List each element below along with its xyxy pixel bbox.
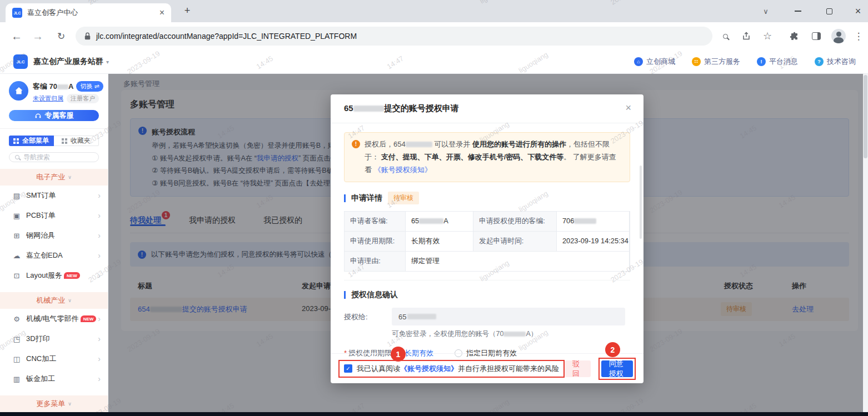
modal-close-icon[interactable]: × <box>625 102 631 114</box>
customer-number: 客编 70A <box>33 82 73 92</box>
search-input[interactable] <box>23 153 93 161</box>
sidebar-menu-item[interactable]: ◳ 3D打印 › <box>0 329 108 349</box>
zoom-icon[interactable] <box>716 22 735 50</box>
menu-item-icon: ◳ <box>12 335 22 343</box>
nav-item-icon: ? <box>815 57 824 66</box>
window-restore-button[interactable] <box>818 0 840 22</box>
menu-item-label: SMT订单 <box>26 191 56 201</box>
menu-item-icon: ▣ <box>12 212 22 220</box>
chevron-down-icon: ∨ <box>68 174 72 180</box>
header-nav-item[interactable]: ∷ 第三方服务 <box>692 57 740 67</box>
category-more[interactable]: 更多菜单∨ <box>0 395 108 412</box>
user-avatar <box>9 81 28 101</box>
reject-button[interactable]: 驳回 <box>565 360 591 377</box>
address-bar[interactable]: jlc.com/integrated/accountManage?appId=J… <box>76 27 712 46</box>
menu-dots-icon[interactable]: ⋮ <box>851 22 866 50</box>
agree-notice-link[interactable]: 《账号授权须知》 <box>400 364 458 373</box>
nav-item-icon: ! <box>757 57 766 66</box>
user-block: 客编 70A 切换 ⇌ 未设置归属 注册客户 <box>0 74 108 103</box>
authorization-modal: 65提交的账号授权申请 × 授权后，654 可以登录并 使用您的账号进行所有的操… <box>331 94 643 383</box>
sidebar-menu-item[interactable]: ⊞ 钢网治具 › <box>0 225 108 245</box>
browser-tab[interactable]: JLC 嘉立创客户中心 × <box>6 3 171 22</box>
chevron-right-icon: › <box>98 354 101 363</box>
reload-button[interactable]: ↻ <box>51 22 71 50</box>
annotation-circle-2: 2 <box>605 342 620 357</box>
menu-item-icon: ▤ <box>12 192 22 200</box>
grant-to-input: 65 <box>392 308 625 325</box>
menu-item-icon: ▥ <box>12 375 22 383</box>
brand-title[interactable]: 嘉立创产业服务站群 <box>33 57 103 67</box>
menu-item-icon: ⊞ <box>12 232 22 240</box>
forward-button[interactable]: → <box>28 22 48 50</box>
search-icon <box>15 155 19 159</box>
tab-close-icon[interactable]: × <box>159 8 164 18</box>
menu-item-label: Layout服务 <box>26 270 62 280</box>
bookmark-star-icon[interactable]: ☆ <box>758 22 777 50</box>
authorization-notice-link[interactable]: 《账号授权须知》 <box>374 166 432 174</box>
approve-button[interactable]: 同意授权 <box>601 360 633 377</box>
agree-checkbox[interactable] <box>344 364 352 373</box>
share-icon[interactable] <box>737 22 756 50</box>
sidebar-menu-item[interactable]: ◫ CNC加工 › <box>0 349 108 369</box>
site-logo: JLC <box>13 54 28 69</box>
nav-item-icon: ∷ <box>692 57 701 66</box>
sidebar-menu-item[interactable]: ▤ SMT订单 › <box>0 186 108 206</box>
switch-account-button[interactable]: 切换 ⇌ <box>76 81 103 92</box>
side-panel-icon[interactable] <box>807 22 826 50</box>
agree-text: 我已认真阅读《账号授权须知》并自行承担授权可能带来的风险 <box>357 364 559 374</box>
header-nav-item[interactable]: ! 平台消息 <box>757 57 798 67</box>
chevron-right-icon: › <box>98 251 101 260</box>
annotation-box-2: 同意授权 <box>598 358 636 380</box>
new-badge: NEW <box>81 315 97 322</box>
lock-icon <box>84 32 91 40</box>
chevron-right-icon: › <box>98 211 101 220</box>
back-button[interactable]: ← <box>7 22 27 50</box>
menu-item-icon: ◫ <box>12 355 22 363</box>
window-close-button[interactable]: × <box>848 0 868 22</box>
authorization-warning: 授权后，654 可以登录并 使用您的账号进行所有的操作，包括但不限于： 支付、提… <box>344 132 630 182</box>
category-electronics[interactable]: 电子产业∨ <box>0 169 108 186</box>
menu-item-icon: ⚙ <box>12 315 22 323</box>
menu-item-icon: ☁ <box>12 252 22 260</box>
grid-icon <box>13 138 16 141</box>
screen: JLC 嘉立创客户中心 × + ∨ × ← → ↻ jlc.com/integr… <box>0 0 868 416</box>
menu-item-label: 钣金加工 <box>26 374 55 384</box>
warning-icon <box>352 140 360 148</box>
nav-item-label: 立创商城 <box>646 57 675 67</box>
menu-electronics: ▤ SMT订单 › ▣ PCB订单 › ⊞ 钢网治具 › ☁ 嘉立创EDA <box>0 186 108 285</box>
menu-item-label: PCB订单 <box>26 210 56 220</box>
grid-icon <box>62 138 64 141</box>
sidebar-menu-item[interactable]: ⊡ Layout服务 NEW › <box>0 265 108 285</box>
window-minimize-button[interactable] <box>787 0 809 22</box>
modal-scrollbar-thumb[interactable] <box>640 166 642 239</box>
menu-item-label: 嘉立创EDA <box>26 250 63 260</box>
tab-all-menu[interactable]: 全部菜单 <box>9 136 54 146</box>
profile-avatar[interactable] <box>829 22 848 50</box>
dedicated-service-button[interactable]: 专属客服 <box>9 110 99 121</box>
extensions-icon[interactable] <box>785 22 804 50</box>
modal-title: 65提交的账号授权申请 <box>344 103 459 114</box>
new-tab-button[interactable]: + <box>181 5 193 17</box>
nav-search-box[interactable] <box>9 152 99 162</box>
sidebar-menu-item[interactable]: ▣ PCB订单 › <box>0 206 108 225</box>
window-chevron-icon[interactable]: ∨ <box>755 0 777 22</box>
bottom-dark-bar <box>0 412 868 416</box>
scrollbar-thumb[interactable] <box>864 75 867 158</box>
header-nav-item[interactable]: ? 技术咨询 <box>815 57 856 67</box>
tab-favorites[interactable]: 收藏夹 <box>54 136 99 146</box>
page-scrollbar[interactable] <box>863 74 868 412</box>
sidebar-menu-item[interactable]: ⚙ 机械/电气零部件 NEW › <box>0 309 108 329</box>
annotation-box-1: 我已认真阅读《账号授权须知》并自行承担授权可能带来的风险 <box>338 360 565 378</box>
chevron-right-icon: › <box>98 231 101 240</box>
unset-attribution-link[interactable]: 未设置归属 <box>33 94 63 103</box>
detail-section-header: 申请详情 待审核 <box>344 192 630 204</box>
nav-item-label: 第三方服务 <box>704 57 740 67</box>
sidebar-menu-item[interactable]: ▥ 钣金加工 › <box>0 369 108 389</box>
grant-help-text: 可免密登录，全权使用您的账号（70A） <box>392 329 630 339</box>
category-mechanical[interactable]: 机械产业∨ <box>0 292 108 309</box>
header-nav-item[interactable]: ⌂ 立创商城 <box>634 57 675 67</box>
chevron-right-icon: › <box>98 191 101 200</box>
chevron-right-icon: › <box>98 271 101 280</box>
sidebar-menu-item[interactable]: ☁ 嘉立创EDA › <box>0 245 108 265</box>
chevron-right-icon: › <box>98 334 101 343</box>
